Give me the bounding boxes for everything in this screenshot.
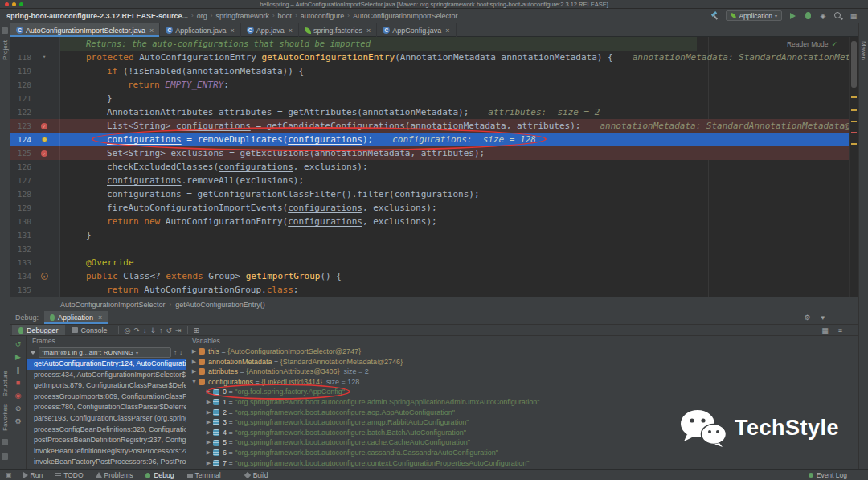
intention-bulb-icon[interactable]	[42, 137, 47, 142]
variable-row[interactable]: ▶this = {AutoConfigurationImportSelector…	[186, 347, 858, 357]
line-number[interactable]: 132	[10, 242, 31, 256]
code-line-125[interactable]: 125✓Set<String> exclusions = getExclusio…	[10, 146, 858, 160]
expand-toggle-icon[interactable]: ▶	[204, 408, 213, 418]
variable-row[interactable]: ▶6 = "org.springframework.boot.autoconfi…	[186, 448, 858, 458]
stack-frame[interactable]: invokeBeanDefinitionRegistryPostProcesso…	[27, 446, 186, 457]
expand-toggle-icon[interactable]: ▶	[190, 367, 199, 377]
stripe-mark[interactable]	[851, 109, 857, 111]
toolwindow-icon[interactable]	[2, 439, 8, 445]
code-line-121[interactable]: 121}	[10, 92, 858, 105]
breadcrumb-item[interactable]: autoconfigure	[301, 12, 345, 20]
line-number[interactable]: 131	[10, 228, 31, 242]
close-tab-icon[interactable]: ×	[149, 27, 154, 35]
mute-breakpoints-button[interactable]: ⊘	[15, 404, 22, 412]
maximize-window-icon[interactable]	[19, 2, 23, 6]
line-number[interactable]: 119	[10, 64, 31, 78]
window-controls[interactable]	[5, 2, 23, 6]
code-line-128[interactable]: 128configurations = getConfigurationClas…	[10, 187, 858, 201]
statusbar-item-build[interactable]: Build	[244, 471, 268, 479]
layout-settings-icon[interactable]: ▦	[820, 326, 830, 334]
code-line-132[interactable]: 132	[10, 242, 858, 256]
next-frame-icon[interactable]: ↓	[179, 349, 182, 356]
toolwindow-structure[interactable]: Structure	[2, 371, 9, 396]
line-number[interactable]: 133	[10, 256, 31, 269]
expand-toggle-icon[interactable]: ▶	[204, 437, 213, 448]
line-number[interactable]: 123	[10, 119, 31, 133]
editor-tab[interactable]: CApplication.java×	[160, 23, 240, 37]
expand-toggle-icon[interactable]: ▶	[204, 458, 213, 469]
scrollbar-thumb[interactable]	[851, 41, 857, 88]
breadcrumb-item[interactable]: getAutoConfigurationEntry()	[175, 301, 265, 309]
close-session-icon[interactable]: ×	[98, 314, 102, 322]
project-toolwindow-icon[interactable]	[2, 27, 8, 34]
editor-tab[interactable]: spring.factories×	[299, 23, 377, 37]
expand-toggle-icon[interactable]: ▶	[204, 448, 213, 458]
hide-panel-icon[interactable]: —	[833, 314, 844, 322]
stack-frame[interactable]: invokeBeanFactoryPostProcessors:96, Post…	[27, 457, 186, 468]
close-tab-icon[interactable]: ×	[445, 27, 449, 35]
variable-row[interactable]: ▼configurations = {LinkedList@3414} size…	[186, 377, 858, 388]
force-step-into-icon[interactable]: ⇓	[148, 326, 158, 334]
code-line-124[interactable]: 124configurations = removeDuplicates(con…	[10, 133, 858, 146]
tab-console[interactable]: Console	[65, 325, 114, 335]
stripe-mark[interactable]	[851, 121, 857, 122]
expand-toggle-icon[interactable]: ▼	[190, 377, 199, 388]
variable-row[interactable]: ▶annotationMetadata = {StandardAnnotatio…	[186, 357, 858, 367]
toolwindow-favorites[interactable]: Favorites	[2, 404, 9, 431]
stripe-mark[interactable]	[851, 143, 857, 145]
stripe-mark[interactable]	[851, 132, 857, 133]
reader-mode-label[interactable]: Reader Mode	[787, 40, 829, 48]
run-to-cursor-icon[interactable]: ⇥	[174, 326, 183, 334]
editor-tab[interactable]: CAppConfig.java×	[377, 23, 456, 37]
run-config-selector[interactable]: Application ▾	[726, 10, 782, 21]
code-line-118[interactable]: 118▾protected AutoConfigurationEntry get…	[10, 51, 858, 64]
expand-toggle-icon[interactable]: ▶	[204, 428, 213, 438]
step-into-icon[interactable]: ↓	[141, 326, 149, 334]
variable-row[interactable]: ▶attributes = {AnnotationAttributes@3406…	[186, 367, 858, 377]
toolwindow-project[interactable]: Project	[2, 40, 9, 60]
statusbar-item-run[interactable]: Run	[22, 471, 43, 479]
close-tab-icon[interactable]: ×	[366, 27, 371, 35]
statusbar-item-todo[interactable]: TODO	[55, 471, 83, 479]
line-number[interactable]: 121	[10, 92, 31, 105]
editor-tab[interactable]: CApp.java×	[241, 23, 299, 37]
code-line-133[interactable]: 133@Override	[10, 256, 858, 269]
show-execution-point-icon[interactable]: ◎	[123, 326, 133, 334]
coverage-button[interactable]: ◈	[818, 11, 828, 21]
line-number[interactable]: 122	[10, 105, 31, 119]
code-line-131[interactable]: 131}	[10, 228, 858, 242]
code-line-130[interactable]: 130return new AutoConfigurationEntry(con…	[10, 215, 858, 228]
line-number[interactable]: 130	[10, 215, 31, 228]
line-number[interactable]: 134	[10, 269, 31, 283]
expand-toggle-icon[interactable]: ▶	[190, 347, 199, 357]
stack-frame[interactable]: processGroupImports:809, ConfigurationCl…	[27, 392, 186, 403]
settings-icon[interactable]: ⚙	[14, 417, 21, 425]
stripe-mark[interactable]	[851, 96, 857, 98]
breadcrumb-item[interactable]: springframework	[215, 12, 269, 20]
code-editor[interactable]: Returns: the auto-configurations that sh…	[10, 37, 858, 297]
line-number[interactable]: 125	[10, 146, 31, 160]
stack-frame[interactable]: process:434, AutoConfigurationImportSele…	[27, 370, 186, 381]
toolwindow-maven[interactable]: Maven	[860, 41, 867, 60]
line-number[interactable]: 135	[10, 283, 31, 297]
view-breakpoints-button[interactable]: ◉	[15, 392, 22, 400]
close-tab-icon[interactable]: ×	[289, 27, 293, 35]
breakpoint-icon[interactable]: ✓	[41, 150, 47, 157]
breadcrumb-item[interactable]: spring-boot-autoconfigure-2.3.12.RELEASE…	[6, 12, 188, 20]
variable-row[interactable]: ▶1 = "org.springframework.boot.autoconfi…	[186, 397, 858, 408]
expand-toggle-icon[interactable]: ▶	[204, 397, 213, 408]
pause-button[interactable]: ∥	[16, 366, 20, 374]
breadcrumb-item[interactable]: AutoConfigurationImportSelector	[353, 12, 458, 20]
close-window-icon[interactable]	[5, 2, 9, 6]
code-line-119[interactable]: 119if (!isEnabled(annotationMetadata)) {	[10, 64, 858, 78]
prev-frame-icon[interactable]: ↑	[174, 349, 177, 356]
variable-row[interactable]: ▶0 = "org.fool.spring.factory.AppConfig"	[186, 387, 858, 397]
stack-frame[interactable]: getAutoConfigurationEntry:124, AutoConfi…	[27, 359, 186, 370]
fold-arrow-icon[interactable]: ▾	[43, 51, 46, 64]
line-number[interactable]: 118	[10, 51, 31, 64]
code-line-129[interactable]: 129fireAutoConfigurationImportEvents(con…	[10, 201, 858, 215]
code-line-123[interactable]: 123✓List<String> configurations = getCan…	[10, 119, 858, 133]
debug-button[interactable]	[803, 11, 813, 21]
line-number[interactable]: 129	[10, 201, 31, 215]
tab-debugger[interactable]: Debugger	[12, 325, 65, 335]
